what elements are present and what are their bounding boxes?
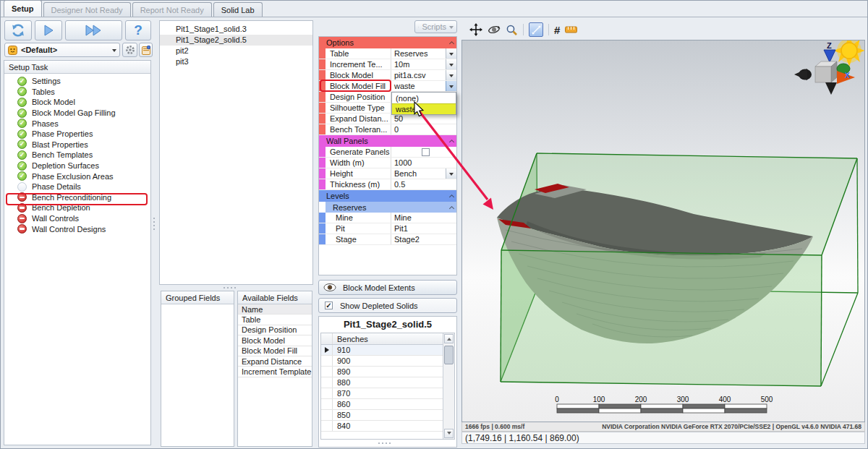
scale-bar: 0 100 200 300 400 500 — [555, 395, 773, 413]
pan-icon — [469, 23, 482, 36]
prop-row-block-model-fill[interactable]: Block Model Fillwaste — [319, 81, 456, 92]
run-all-button[interactable] — [65, 20, 122, 40]
field-item-increment-template[interactable]: Increment Template — [238, 367, 312, 377]
tab-report[interactable]: Report Not Ready — [132, 2, 212, 17]
fit-view-icon — [532, 25, 541, 35]
field-item-name[interactable]: Name — [238, 304, 312, 315]
viewport-performance-bar: 1666 fps | 0.600 ms/f NVIDIA Corporation… — [461, 422, 865, 432]
dropdown-button[interactable] — [446, 168, 456, 179]
tab-solid-lab[interactable]: Solid Lab — [213, 2, 263, 17]
pan-tool-button[interactable] — [469, 23, 482, 36]
prop-row-width[interactable]: Width (m)1000 — [319, 158, 456, 168]
prop-row-generate-panels[interactable]: Generate Panels — [319, 147, 456, 158]
task-item-phase-properties[interactable]: Phase Properties — [4, 129, 150, 140]
tab-designer[interactable]: Designer Not Ready — [43, 2, 131, 17]
group-header-options[interactable]: Options — [319, 37, 456, 48]
row-marker-icon — [325, 347, 332, 353]
viewport-3d-canvas[interactable]: Z X 0 100 200 300 400 500 — [461, 40, 865, 422]
benches-scrollbar[interactable] — [443, 333, 454, 439]
check-icon — [17, 171, 27, 181]
task-item-phase-exclusion[interactable]: Phase Exclusion Areas — [4, 171, 150, 181]
orbit-tool-button[interactable] — [488, 23, 501, 36]
show-depleted-checkbox[interactable] — [325, 302, 333, 309]
field-item-block-model[interactable]: Block Model — [238, 335, 312, 346]
help-button[interactable]: ? — [125, 20, 151, 40]
group-header-levels[interactable]: Levels — [319, 190, 456, 202]
middle-splitter[interactable] — [224, 287, 236, 288]
generate-panels-checkbox[interactable] — [422, 148, 430, 156]
profile-dropdown[interactable]: <Default> — [4, 43, 120, 57]
bench-row[interactable]: 860 — [321, 399, 443, 410]
prop-row-block-model[interactable]: Block Modelpit1a.csv — [319, 70, 456, 81]
note-icon — [142, 46, 150, 55]
scroll-up-button[interactable] — [444, 334, 454, 343]
left-splitter[interactable] — [153, 218, 155, 230]
options-bottom-splitter[interactable] — [378, 442, 391, 444]
task-item-tables[interactable]: Tables — [4, 87, 150, 98]
list-item[interactable]: Pit1_Stage1_solid.3 — [160, 24, 312, 35]
group-header-wall-panels[interactable]: Wall Panels — [319, 135, 456, 147]
prop-row-stage[interactable]: StageStage2 — [319, 234, 456, 245]
list-item[interactable]: pit3 — [160, 56, 312, 67]
scrollbar-thumb[interactable] — [444, 346, 454, 364]
sun-icon — [833, 40, 864, 67]
notes-button[interactable] — [139, 43, 153, 57]
ruler-toggle-button[interactable] — [565, 26, 577, 33]
prop-row-thickness[interactable]: Thickness (m)0.5 — [319, 179, 456, 190]
task-item-phases[interactable]: Phases — [4, 118, 150, 129]
task-item-bench-depletion[interactable]: Bench Depletion — [4, 202, 150, 213]
task-item-settings[interactable]: Settings — [4, 76, 150, 87]
bench-row[interactable]: 880 — [321, 377, 443, 388]
prop-row-increment-template[interactable]: Increment Te...10m — [319, 59, 456, 70]
field-item-expand-distance[interactable]: Expand Distance — [238, 356, 312, 367]
block-model-extents-button[interactable]: Block Model Extents — [318, 280, 457, 295]
refresh-button[interactable] — [4, 20, 32, 40]
dropdown-button[interactable] — [446, 48, 456, 59]
dropdown-button[interactable] — [446, 70, 456, 80]
scripts-button[interactable]: c# Scripts — [414, 20, 457, 33]
prop-row-mine[interactable]: MineMine — [319, 213, 456, 223]
profile-face-icon — [8, 46, 17, 55]
bench-row-selected[interactable]: 910 — [321, 345, 443, 356]
dropdown-option-none[interactable]: (none) — [392, 93, 456, 103]
bench-row[interactable]: 840 — [321, 421, 443, 432]
bench-row[interactable]: 870 — [321, 388, 443, 399]
task-item-depletion-surfaces[interactable]: Depletion Surfaces — [4, 161, 150, 171]
bench-row[interactable]: 850 — [321, 410, 443, 421]
prop-row-pit[interactable]: PitPit1 — [319, 223, 456, 234]
run-button[interactable] — [35, 20, 62, 40]
prop-row-expand-distance[interactable]: Expand Distan...50 — [319, 114, 456, 124]
dropdown-button[interactable] — [446, 59, 456, 69]
task-item-bench-preconditioning[interactable]: Bench Preconditioning — [4, 192, 150, 203]
list-item[interactable]: pit2 — [160, 46, 312, 56]
scroll-down-button[interactable] — [444, 429, 454, 438]
prop-row-table[interactable]: TableReserves — [319, 48, 456, 59]
grid-toggle-button[interactable]: # — [554, 24, 560, 36]
field-item-table[interactable]: Table — [238, 315, 312, 325]
prop-row-height[interactable]: HeightBench — [319, 168, 456, 179]
tab-setup[interactable]: Setup — [4, 0, 42, 17]
task-item-block-model[interactable]: Block Model — [4, 97, 150, 108]
field-item-design-position[interactable]: Design Position — [238, 325, 312, 335]
subgroup-header-reserves[interactable]: Reserves — [326, 202, 456, 213]
bench-row[interactable]: 890 — [321, 367, 443, 377]
field-item-block-model-fill[interactable]: Block Model Fill — [238, 346, 312, 356]
show-depleted-solids-toggle[interactable]: Show Depleted Solids — [318, 298, 457, 313]
list-item-selected[interactable]: Pit1_Stage2_solid.5 — [160, 35, 312, 46]
gizmo-z-label: Z — [827, 41, 832, 50]
check-icon — [17, 87, 27, 96]
task-item-gap-filling[interactable]: Block Model Gap Filling — [4, 108, 150, 119]
task-item-bench-templates[interactable]: Bench Templates — [4, 150, 150, 161]
task-item-phase-details[interactable]: Phase Details — [4, 181, 150, 192]
fit-view-button[interactable] — [529, 22, 543, 37]
task-item-blast-properties[interactable]: Blast Properties — [4, 140, 150, 150]
prop-row-bench-tolerance[interactable]: Bench Toleran...0 — [319, 124, 456, 135]
check-icon — [17, 140, 27, 149]
settings-button[interactable] — [122, 43, 137, 57]
dropdown-button-open[interactable] — [446, 81, 456, 91]
zoom-tool-button[interactable] — [506, 24, 518, 36]
task-item-wall-controls[interactable]: Wall Controls — [4, 213, 150, 224]
dropdown-option-waste[interactable]: waste — [392, 103, 456, 114]
bench-row[interactable]: 900 — [321, 356, 443, 367]
task-item-wall-control-designs[interactable]: Wall Control Designs — [4, 223, 150, 234]
